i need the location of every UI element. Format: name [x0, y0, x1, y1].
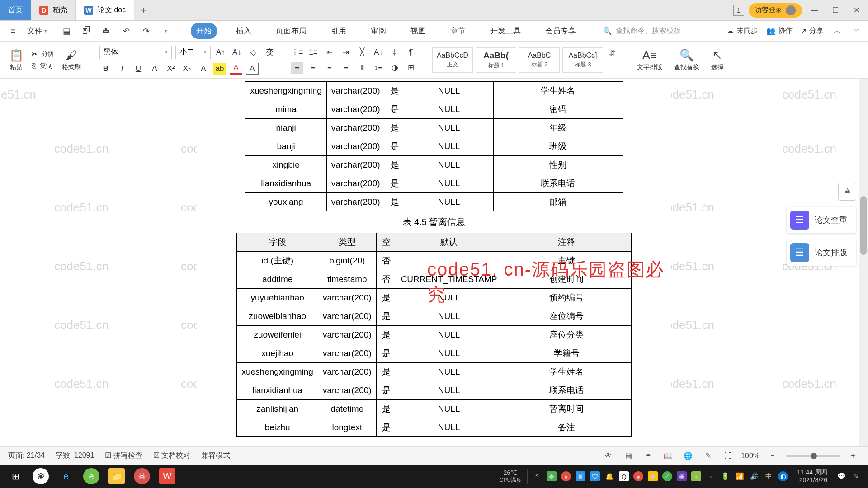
- zoom-in-button[interactable]: +: [846, 449, 860, 463]
- underline-button[interactable]: U: [132, 63, 145, 75]
- cell[interactable]: 座位分类: [502, 326, 631, 344]
- bluetooth-icon[interactable]: ᚼ: [706, 471, 716, 481]
- menu-review[interactable]: 审阅: [365, 23, 392, 39]
- table-row[interactable]: xuejihaovarchar(200)是NULL学籍号: [237, 344, 631, 363]
- cell[interactable]: 是: [376, 326, 396, 344]
- subscript-button[interactable]: X₂: [181, 63, 193, 75]
- strikethrough-button[interactable]: A̵: [148, 63, 161, 75]
- paper-layout-card[interactable]: ☰论文排版: [787, 239, 856, 266]
- save-icon[interactable]: ▤: [60, 24, 73, 38]
- cell[interactable]: datetime: [318, 400, 376, 418]
- cell[interactable]: mima: [245, 100, 326, 119]
- cell[interactable]: varchar(200): [326, 137, 385, 156]
- cell[interactable]: varchar(200): [318, 326, 376, 344]
- task-wps[interactable]: W: [155, 465, 180, 488]
- tab-document[interactable]: W论文.doc: [76, 0, 134, 20]
- cell[interactable]: 是: [385, 156, 405, 174]
- pen-icon[interactable]: ✎: [851, 471, 861, 481]
- eye-icon[interactable]: 👁: [602, 449, 615, 463]
- table-row[interactable]: lianxidianhuavarchar(200)是NULL联系电话: [237, 381, 631, 400]
- task-ie[interactable]: e: [53, 465, 79, 488]
- column-header[interactable]: 字段: [237, 233, 318, 252]
- style-heading1[interactable]: AaBb(标题 1: [476, 47, 516, 73]
- tray-icon[interactable]: 🔔: [604, 471, 614, 481]
- tray-icon[interactable]: ✓: [662, 471, 672, 481]
- cell[interactable]: 是: [385, 100, 405, 119]
- cell[interactable]: xuejihao: [237, 344, 318, 363]
- login-chip[interactable]: 访客登录: [749, 3, 802, 18]
- cell[interactable]: varchar(200): [326, 156, 385, 174]
- superscript-button[interactable]: X²: [165, 63, 177, 75]
- cell[interactable]: NULL: [396, 326, 502, 344]
- notifications-icon[interactable]: 💬: [836, 471, 846, 481]
- font-size-select[interactable]: 小二▾: [175, 46, 211, 59]
- column-header[interactable]: 默认: [396, 233, 502, 252]
- tray-icon[interactable]: ◐: [778, 471, 788, 481]
- cell[interactable]: 暂离时间: [502, 400, 631, 418]
- cell[interactable]: id (主键): [237, 252, 318, 270]
- tray-icon[interactable]: ▣: [576, 471, 585, 481]
- cell[interactable]: addtime: [237, 270, 318, 289]
- task-browser[interactable]: e: [79, 465, 104, 488]
- table-row[interactable]: beizhulongtext是NULL备注: [237, 418, 631, 437]
- cell[interactable]: varchar(200): [318, 381, 376, 400]
- select-button[interactable]: ↖选择: [708, 48, 727, 71]
- scrollbar-thumb[interactable]: [860, 196, 867, 255]
- cell[interactable]: varchar(200): [318, 307, 376, 326]
- tray-icon[interactable]: ▪: [691, 471, 701, 481]
- document-canvas[interactable]: code51.cn code51.cn code51.cn code51.cn …: [0, 79, 868, 465]
- menu-chapter[interactable]: 章节: [445, 23, 471, 39]
- table-row[interactable]: zuoweifenleivarchar(200)是NULL座位分类: [237, 326, 631, 344]
- cell[interactable]: varchar(200): [326, 174, 385, 193]
- cell[interactable]: banji: [245, 137, 326, 156]
- numbering-button[interactable]: 1≡: [307, 47, 320, 58]
- asian-layout-button[interactable]: ╳: [356, 47, 368, 58]
- cell[interactable]: NULL: [405, 82, 493, 100]
- sort-button[interactable]: A↓: [372, 47, 385, 58]
- cell[interactable]: 是: [376, 363, 396, 381]
- file-menu[interactable]: 文件▾: [24, 26, 51, 36]
- shading-button[interactable]: ◑: [388, 62, 401, 74]
- increase-font-icon[interactable]: A↑: [214, 47, 227, 58]
- tab-home[interactable]: 首页: [0, 0, 31, 20]
- cell[interactable]: 班级: [493, 137, 623, 156]
- ribbon-collapse-down[interactable]: ﹀: [851, 26, 862, 37]
- cell[interactable]: 邮箱: [493, 193, 623, 211]
- borders-button[interactable]: ⊞: [405, 62, 417, 74]
- decrease-font-icon[interactable]: A↓: [231, 47, 243, 58]
- cell[interactable]: beizhu: [237, 418, 318, 437]
- outline-view-icon[interactable]: ≡: [642, 449, 655, 463]
- font-name-select[interactable]: 黑体▾: [99, 46, 172, 59]
- cell[interactable]: nianji: [245, 119, 326, 137]
- unsync-button[interactable]: ☁ 未同步: [726, 26, 758, 36]
- cell[interactable]: 联系电话: [502, 381, 631, 400]
- cell[interactable]: 是: [385, 82, 405, 100]
- cell[interactable]: 密码: [493, 100, 623, 119]
- cell[interactable]: NULL: [396, 344, 502, 363]
- maximize-button[interactable]: ☐: [827, 2, 844, 19]
- copy-button[interactable]: ⎘复制: [32, 62, 54, 70]
- column-header[interactable]: 类型: [318, 233, 376, 252]
- line-height-button[interactable]: ↕≡: [372, 62, 385, 74]
- column-header[interactable]: 注释: [502, 233, 631, 252]
- tab-add-button[interactable]: +: [134, 0, 152, 20]
- bullets-button[interactable]: ⋮≡: [291, 47, 303, 58]
- cell[interactable]: 学生姓名: [502, 363, 631, 381]
- menu-references[interactable]: 引用: [326, 23, 352, 39]
- show-marks-button[interactable]: ¶: [405, 47, 417, 58]
- wifi-icon[interactable]: 📶: [735, 471, 745, 481]
- menu-view[interactable]: 视图: [405, 23, 431, 39]
- ribbon-collapse-up[interactable]: ︿: [832, 26, 843, 37]
- cell[interactable]: NULL: [396, 400, 502, 418]
- menu-insert[interactable]: 插入: [231, 23, 257, 39]
- vertical-scrollbar[interactable]: [859, 79, 868, 465]
- cell[interactable]: NULL: [396, 363, 502, 381]
- cell[interactable]: NULL: [405, 174, 493, 193]
- cell[interactable]: varchar(200): [326, 100, 385, 119]
- tray-icon[interactable]: ◆: [648, 471, 658, 481]
- cell[interactable]: varchar(200): [318, 289, 376, 307]
- align-justify-button[interactable]: ≡: [340, 62, 352, 74]
- cell[interactable]: NULL: [405, 119, 493, 137]
- cell[interactable]: 是: [385, 193, 405, 211]
- paste-group[interactable]: 📋粘贴: [5, 48, 27, 71]
